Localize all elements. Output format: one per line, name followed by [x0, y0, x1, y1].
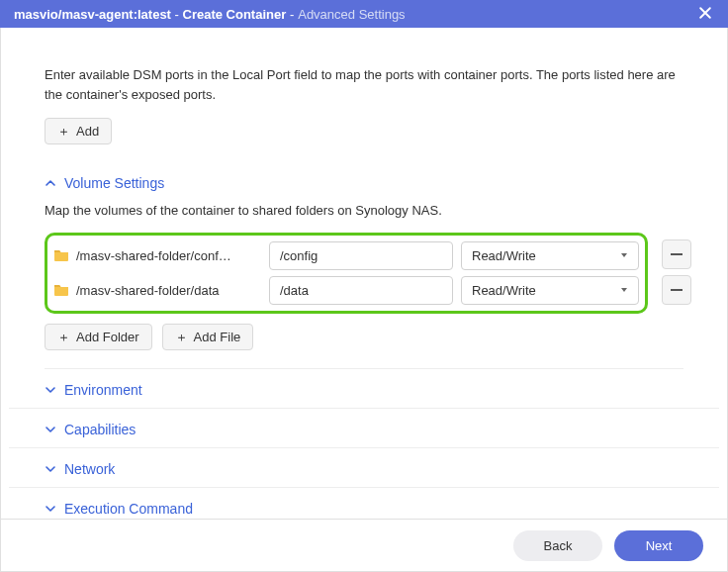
- section-header-capabilities[interactable]: Capabilities: [9, 409, 719, 448]
- chevron-down-icon: [45, 503, 56, 515]
- mount-path-input[interactable]: [269, 241, 453, 270]
- chevron-down-icon: [45, 384, 56, 396]
- add-file-button[interactable]: ＋ Add File: [162, 324, 254, 350]
- volume-row: /masv-shared-folder/data Read/Write: [53, 276, 639, 305]
- volume-row: /masv-shared-folder/conf… Read/Write: [53, 241, 639, 270]
- volume-settings-body: Map the volumes of the container to shar…: [9, 201, 719, 364]
- section-header-volume[interactable]: Volume Settings: [9, 162, 719, 201]
- permission-select[interactable]: Read/Write: [461, 276, 639, 305]
- minus-icon: [671, 289, 682, 291]
- title-subtitle: Advanced Settings: [298, 7, 405, 22]
- mount-path-input[interactable]: [269, 276, 453, 305]
- plus-icon: ＋: [175, 331, 188, 343]
- titlebar: masvio/masv-agent:latest - Create Contai…: [0, 0, 728, 28]
- add-port-button[interactable]: ＋ Add: [45, 118, 112, 144]
- permission-value: Read/Write: [472, 248, 536, 263]
- folder-icon: [53, 247, 69, 263]
- folder-icon: [53, 282, 69, 298]
- permission-value: Read/Write: [472, 283, 536, 298]
- footer: Back Next: [0, 519, 728, 572]
- port-settings-body: Enter available DSM ports in the Local P…: [9, 28, 719, 148]
- add-port-label: Add: [76, 124, 99, 139]
- section-title-capabilities: Capabilities: [64, 422, 136, 437]
- add-folder-button[interactable]: ＋ Add Folder: [45, 324, 152, 350]
- remove-volume-button[interactable]: [662, 239, 691, 269]
- section-title-execution: Execution Command: [64, 501, 193, 517]
- permission-select[interactable]: Read/Write: [461, 241, 639, 270]
- add-folder-label: Add Folder: [76, 330, 139, 344]
- volume-settings-description: Map the volumes of the container to shar…: [45, 201, 683, 221]
- title-action: Create Container: [183, 7, 287, 22]
- section-header-environment[interactable]: Environment: [9, 369, 719, 409]
- caret-down-icon: [620, 286, 628, 294]
- minus-icon: [671, 253, 682, 255]
- close-icon: [699, 7, 711, 19]
- add-file-label: Add File: [194, 330, 241, 344]
- chevron-down-icon: [45, 424, 56, 435]
- chevron-down-icon: [45, 463, 56, 475]
- section-title-volume: Volume Settings: [64, 175, 164, 191]
- section-header-execution[interactable]: Execution Command: [9, 488, 719, 520]
- plus-icon: ＋: [57, 125, 70, 138]
- caret-down-icon: [620, 251, 628, 259]
- host-folder-label: /masv-shared-folder/conf…: [76, 248, 231, 263]
- host-folder-cell[interactable]: /masv-shared-folder/conf…: [53, 247, 261, 263]
- volume-highlight-box: /masv-shared-folder/conf… Read/Write /ma…: [45, 233, 648, 314]
- section-title-environment: Environment: [64, 382, 142, 398]
- section-header-network[interactable]: Network: [9, 448, 719, 488]
- port-settings-description: Enter available DSM ports in the Local P…: [45, 65, 683, 104]
- title-image: masvio/masv-agent:latest: [14, 7, 171, 22]
- next-button[interactable]: Next: [614, 530, 703, 561]
- chevron-up-icon: [45, 177, 56, 189]
- host-folder-cell[interactable]: /masv-shared-folder/data: [53, 282, 261, 298]
- host-folder-label: /masv-shared-folder/data: [76, 283, 220, 298]
- back-button[interactable]: Back: [513, 530, 602, 561]
- section-title-network: Network: [64, 461, 115, 477]
- close-button[interactable]: [696, 5, 714, 23]
- content-area: Enter available DSM ports in the Local P…: [0, 28, 728, 519]
- remove-volume-button[interactable]: [662, 275, 691, 305]
- plus-icon: ＋: [57, 331, 70, 343]
